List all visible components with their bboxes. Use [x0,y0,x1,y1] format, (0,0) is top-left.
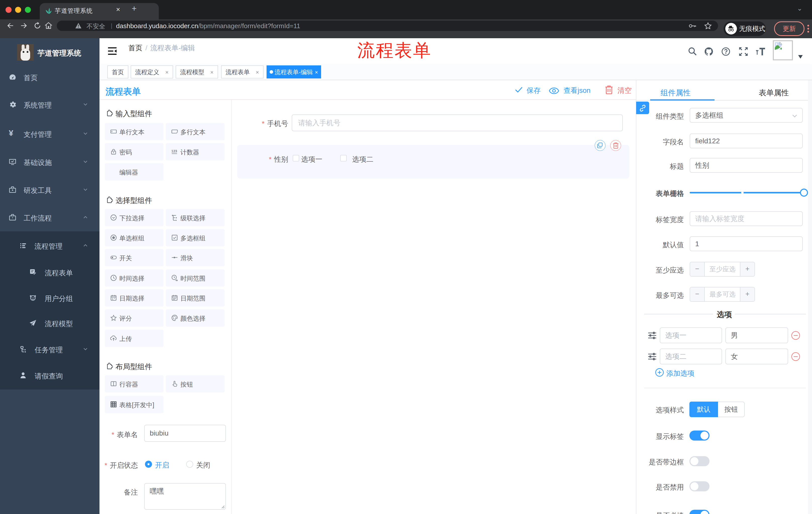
svg-text:123: 123 [171,149,177,153]
